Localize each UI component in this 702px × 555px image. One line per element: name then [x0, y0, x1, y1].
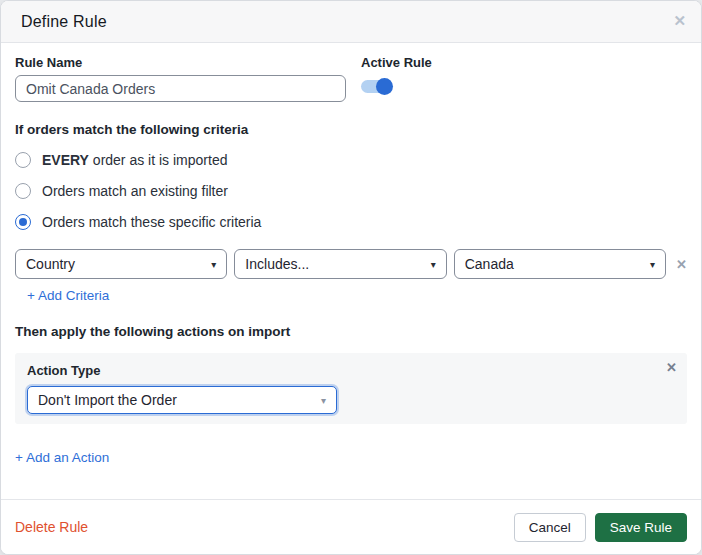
close-icon[interactable]: ✕ — [673, 11, 686, 31]
remove-criteria-icon[interactable]: ✕ — [676, 257, 687, 272]
action-type-label: Action Type — [27, 363, 675, 378]
modal-header: Define Rule ✕ — [1, 1, 701, 43]
remove-action-icon[interactable]: ✕ — [666, 360, 677, 375]
criteria-section-heading: If orders match the following criteria — [15, 122, 687, 137]
radio-option-existing-filter[interactable]: Orders match an existing filter — [15, 183, 687, 199]
action-panel: ✕ Action Type Don't Import the Order ▾ — [15, 353, 687, 424]
active-rule-toggle[interactable] — [361, 80, 391, 93]
criteria-row: Country ▾ Includes... ▾ Canada ▾ ✕ — [15, 249, 687, 279]
modal-footer: Delete Rule Cancel Save Rule — [1, 499, 701, 554]
action-type-value: Don't Import the Order — [38, 392, 177, 408]
define-rule-modal: Define Rule ✕ Rule Name Active Rule If o… — [0, 0, 702, 555]
modal-body: Rule Name Active Rule If orders match th… — [1, 43, 701, 465]
active-rule-label: Active Rule — [361, 55, 432, 70]
delete-rule-link[interactable]: Delete Rule — [15, 519, 88, 535]
radio-icon — [15, 183, 31, 199]
add-criteria-link[interactable]: + Add Criteria — [27, 288, 109, 303]
cancel-button[interactable]: Cancel — [514, 513, 586, 542]
radio-icon — [15, 152, 31, 168]
chevron-down-icon: ▾ — [211, 259, 216, 270]
chevron-down-icon: ▾ — [321, 395, 326, 406]
criteria-operator-select[interactable]: Includes... ▾ — [234, 249, 446, 279]
radio-option-label: EVERY order as it is imported — [42, 152, 227, 168]
modal-title: Define Rule — [21, 13, 107, 31]
rule-name-input[interactable] — [15, 75, 346, 102]
add-action-link[interactable]: + Add an Action — [15, 450, 109, 465]
criteria-field-value: Country — [26, 256, 75, 272]
radio-selected-icon — [15, 214, 31, 230]
save-rule-button[interactable]: Save Rule — [595, 513, 687, 542]
criteria-operator-value: Includes... — [245, 256, 309, 272]
radio-option-label: Orders match an existing filter — [42, 183, 228, 199]
radio-option-every-order[interactable]: EVERY order as it is imported — [15, 152, 687, 168]
radio-option-label: Orders match these specific criteria — [42, 214, 261, 230]
radio-option-specific-criteria[interactable]: Orders match these specific criteria — [15, 214, 687, 230]
criteria-value-select[interactable]: Canada ▾ — [454, 249, 666, 279]
criteria-value: Canada — [465, 256, 514, 272]
action-type-select[interactable]: Don't Import the Order ▾ — [27, 386, 337, 414]
criteria-field-select[interactable]: Country ▾ — [15, 249, 227, 279]
actions-section-heading: Then apply the following actions on impo… — [15, 324, 687, 339]
rule-name-label: Rule Name — [15, 55, 361, 70]
chevron-down-icon: ▾ — [431, 259, 436, 270]
chevron-down-icon: ▾ — [650, 259, 655, 270]
toggle-knob — [376, 78, 393, 95]
